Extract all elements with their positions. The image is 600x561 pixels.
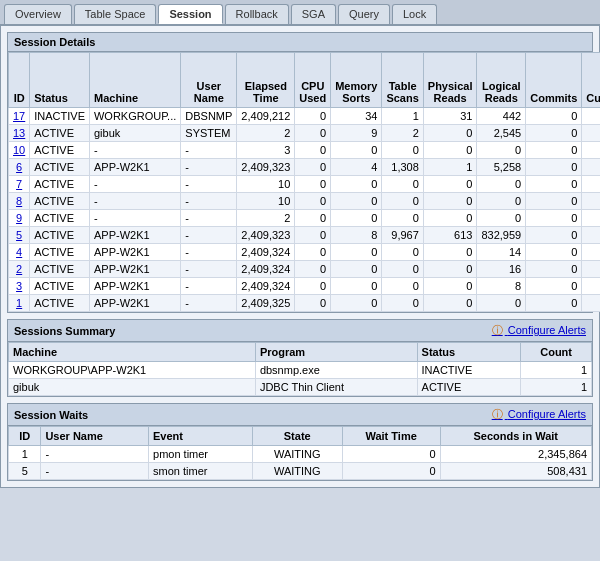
configure-alerts-waits[interactable]: ⓘ Configure Alerts [492,407,586,422]
table-row: 1-pmon timerWAITING02,345,864 [9,446,592,463]
session-details-title: Session Details [14,36,95,48]
col-logreads: LogicalReads [477,53,526,108]
session-waits-header: Session Waits ⓘ Configure Alerts [8,404,592,426]
session-details-table: ID Status Machine UserName ElapsedTime C… [8,52,600,312]
alert-icon-2: ⓘ [492,408,503,420]
table-row: 17INACTIVEWORKGROUP...DBSNMP2,409,212034… [9,108,601,125]
session-details-header: Session Details [8,33,592,52]
col-id: ID [9,53,30,108]
col-id: ID [9,427,41,446]
table-row: WORKGROUP\APP-W2K1dbsnmp.exeINACTIVE1 [9,362,592,379]
col-event: Event [149,427,253,446]
table-row: 3ACTIVEAPP-W2K1-2,409,32400008000 [9,278,601,295]
table-row: 6ACTIVEAPP-W2K1-2,409,323041,30815,25800… [9,159,601,176]
tab-bar: OverviewTable SpaceSessionRollbackSGAQue… [0,0,600,25]
tab-table-space[interactable]: Table Space [74,4,157,24]
configure-alerts-summary[interactable]: ⓘ Configure Alerts [492,323,586,338]
session-waits-header-row: ID User Name Event State Wait Time Secon… [9,427,592,446]
table-row: 8ACTIVE--1000000000 [9,193,601,210]
table-row: 5-smon timerWAITING0508,431 [9,463,592,480]
col-username: UserName [181,53,237,108]
col-cpu: CPUUsed [295,53,331,108]
table-row: 2ACTIVEAPP-W2K1-2,409,324000016000 [9,261,601,278]
tab-lock[interactable]: Lock [392,4,437,24]
session-waits-table: ID User Name Event State Wait Time Secon… [8,426,592,480]
tab-overview[interactable]: Overview [4,4,72,24]
col-machine: Machine [89,53,180,108]
col-count: Count [521,343,592,362]
session-details-section: Session Details ID Status Machine UserNa… [7,32,593,313]
tab-query[interactable]: Query [338,4,390,24]
table-row: 4ACTIVEAPP-W2K1-2,409,324000014000 [9,244,601,261]
col-state: State [252,427,342,446]
col-status: Status [417,343,521,362]
col-elapsed: ElapsedTime [237,53,295,108]
table-row: 1ACTIVEAPP-W2K1-2,409,32500000000 [9,295,601,312]
alert-icon: ⓘ [492,324,503,336]
col-machine: Machine [9,343,256,362]
col-waittime: Wait Time [342,427,440,446]
table-row: gibukJDBC Thin ClientACTIVE1 [9,379,592,396]
col-tablescans: TableScans [382,53,423,108]
sessions-summary-header: Sessions Summary ⓘ Configure Alerts [8,320,592,342]
col-program: Program [255,343,417,362]
col-commits: Commits [526,53,582,108]
sessions-summary-title: Sessions Summary [14,325,116,337]
session-waits-section: Session Waits ⓘ Configure Alerts ID User… [7,403,593,481]
col-seconds: Seconds in Wait [440,427,592,446]
session-waits-title: Session Waits [14,409,88,421]
sessions-summary-section: Sessions Summary ⓘ Configure Alerts Mach… [7,319,593,397]
sessions-summary-table: Machine Program Status Count WORKGROUP\A… [8,342,592,396]
col-status: Status [30,53,90,108]
col-cursor: Cursor [582,53,600,108]
tab-rollback[interactable]: Rollback [225,4,289,24]
col-physreads: PhysicalReads [423,53,477,108]
tab-session[interactable]: Session [158,4,222,24]
col-username: User Name [41,427,149,446]
table-row: 5ACTIVEAPP-W2K1-2,409,323089,967613832,9… [9,227,601,244]
table-row: 9ACTIVE--200000000 [9,210,601,227]
session-details-header-row: ID Status Machine UserName ElapsedTime C… [9,53,601,108]
table-row: 10ACTIVE--300000000 [9,142,601,159]
col-memory: MemorySorts [331,53,382,108]
main-container: Session Details ID Status Machine UserNa… [0,25,600,488]
table-row: 7ACTIVE--1000000000 [9,176,601,193]
sessions-summary-header-row: Machine Program Status Count [9,343,592,362]
tab-sga[interactable]: SGA [291,4,336,24]
table-row: 13ACTIVEgibukSYSTEM209202,54501100 [9,125,601,142]
